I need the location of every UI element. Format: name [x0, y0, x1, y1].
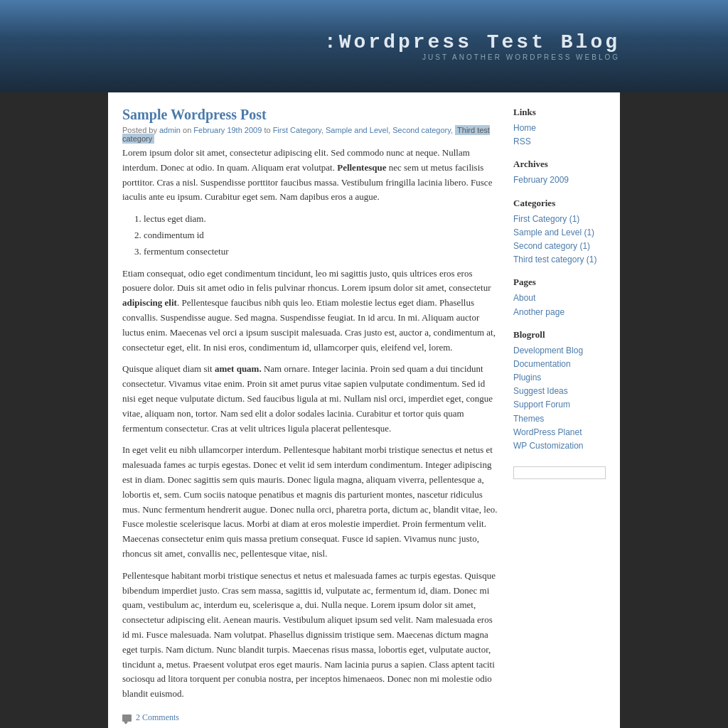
sidebar-blogroll-devblog[interactable]: Development Blog [513, 344, 606, 358]
sidebar-archives-title: Archives [513, 159, 606, 170]
meta-on: on [183, 126, 193, 134]
sidebar-links: Links Home RSS [513, 107, 606, 149]
sidebar-categories-title: Categories [513, 198, 606, 209]
sidebar-link-rss[interactable]: RSS [513, 135, 606, 149]
comment-bubble-icon [122, 714, 132, 722]
main-content: Sample Wordpress Post Posted by admin on… [122, 107, 499, 723]
search-input[interactable] [513, 466, 606, 479]
post-paragraph-3: Quisque aliquet diam sit amet quam. Nam … [122, 362, 499, 436]
comments-link[interactable]: 2 Comments [136, 712, 179, 722]
post-paragraph-4: In eget velit eu nibh ullamcorper interd… [122, 443, 499, 561]
sidebar-blogroll: Blogroll Development Blog Documentation … [513, 329, 606, 454]
list-item: lectus eget diam. [144, 212, 499, 227]
sidebar-pages-title: Pages [513, 277, 606, 288]
page-wrapper: Sample Wordpress Post Posted by admin on… [108, 92, 620, 728]
sidebar: Links Home RSS Archives February 2009 Ca… [513, 107, 606, 723]
sidebar-blogroll-wpplanet[interactable]: WordPress Planet [513, 426, 606, 439]
list-item: condimentum id [144, 228, 499, 243]
sidebar-archive-feb2009[interactable]: February 2009 [513, 173, 606, 187]
sidebar-blogroll-support[interactable]: Support Forum [513, 398, 606, 412]
sidebar-archives: Archives February 2009 [513, 159, 606, 187]
sidebar-pages: Pages About Another page [513, 277, 606, 318]
sidebar-categories: Categories First Category (1) Sample and… [513, 198, 606, 267]
sidebar-cat-second[interactable]: Second category (1) [513, 240, 606, 253]
post-footer: 2 Comments [122, 712, 499, 723]
meta-author-link[interactable]: admin [159, 126, 181, 134]
meta-to: to [264, 126, 272, 134]
sidebar-cat-first[interactable]: First Category (1) [513, 213, 606, 226]
meta-date-link[interactable]: February 19th 2009 [193, 126, 262, 134]
site-header: :Wordpress Test Blog JUST ANOTHER WORDPR… [0, 0, 728, 92]
sidebar-cat-sample[interactable]: Sample and Level (1) [513, 226, 606, 240]
meta-cat-2[interactable]: Sample and Level [326, 126, 388, 134]
sidebar-blogroll-plugins[interactable]: Plugins [513, 371, 606, 385]
sidebar-blogroll-wpcustom[interactable]: WP Customization [513, 439, 606, 453]
post-paragraph-5: Pellentesque habitant morbi tristique se… [122, 569, 499, 702]
sidebar-link-home[interactable]: Home [513, 122, 606, 135]
sidebar-blogroll-themes[interactable]: Themes [513, 412, 606, 426]
sidebar-page-another[interactable]: Another page [513, 306, 606, 319]
meta-cat-1[interactable]: First Category [273, 126, 321, 134]
post: Sample Wordpress Post Posted by admin on… [122, 107, 499, 723]
post-list: lectus eget diam. condimentum id ferment… [144, 212, 499, 259]
sidebar-search-section [513, 463, 606, 479]
sidebar-blogroll-docs[interactable]: Documentation [513, 358, 606, 371]
list-item: fermentum consectetur [144, 245, 499, 259]
post-paragraph-2: Etiam consequat, odio eget condimentum t… [122, 267, 499, 355]
post-paragraph-1: Lorem ipsum dolor sit amet, consectetur … [122, 146, 499, 205]
sidebar-cat-third[interactable]: Third test category (1) [513, 253, 606, 267]
post-body: Lorem ipsum dolor sit amet, consectetur … [122, 146, 499, 702]
site-title: :Wordpress Test Blog [108, 31, 620, 53]
post-title: Sample Wordpress Post [122, 107, 499, 123]
sidebar-blogroll-suggest[interactable]: Suggest Ideas [513, 385, 606, 398]
meta-cat-3[interactable]: Second category [392, 126, 451, 134]
post-meta: Posted by admin on February 19th 2009 to… [122, 126, 499, 143]
sidebar-blogroll-title: Blogroll [513, 329, 606, 341]
sidebar-links-title: Links [513, 107, 606, 118]
site-tagline: JUST ANOTHER WORDPRESS WEBLOG [108, 53, 620, 61]
sidebar-page-about[interactable]: About [513, 291, 606, 305]
